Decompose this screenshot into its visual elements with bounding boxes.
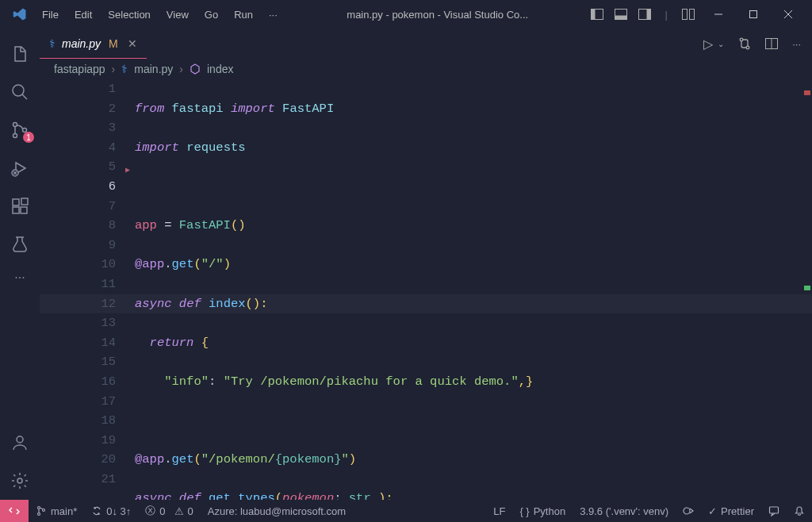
layout-controls: | xyxy=(591,9,701,21)
git-branch[interactable]: main* xyxy=(29,500,84,522)
menu-edit[interactable]: Edit xyxy=(67,6,99,24)
tab-close-icon[interactable]: ✕ xyxy=(128,37,137,50)
layout-panel-left-icon[interactable] xyxy=(591,9,603,20)
breadcrumb-folder[interactable]: fastapiapp xyxy=(54,63,105,75)
menu-bar: File Edit Selection View Go Run ··· xyxy=(35,6,285,24)
svg-point-12 xyxy=(13,85,24,96)
menu-file[interactable]: File xyxy=(35,6,66,24)
svg-line-13 xyxy=(22,94,27,99)
svg-point-32 xyxy=(684,508,690,514)
end-of-line[interactable]: LF xyxy=(486,500,512,522)
layout-customize-icon[interactable] xyxy=(682,9,695,20)
run-dropdown-icon[interactable]: ⌄ xyxy=(718,40,724,48)
layout-separator: | xyxy=(665,9,668,21)
status-bar: main* 0↓ 3↑ ⓧ0⚠0 Azure: luabud@microsoft… xyxy=(0,500,812,522)
window-controls xyxy=(701,0,806,29)
editor-tabs: ⚕ main.py M ✕ ▷ ⌄ ··· xyxy=(40,29,812,59)
svg-rect-5 xyxy=(646,10,650,20)
svg-point-24 xyxy=(17,478,22,483)
problems[interactable]: ⓧ0⚠0 xyxy=(138,500,200,522)
git-compare-icon[interactable] xyxy=(738,37,751,50)
svg-rect-19 xyxy=(13,199,19,205)
activity-bar: 1 ··· xyxy=(0,29,40,500)
azure-account[interactable]: Azure: luabud@microsoft.com xyxy=(201,500,353,522)
python-file-icon: ⚕ xyxy=(121,63,128,75)
menu-more[interactable]: ··· xyxy=(262,6,285,24)
run-file-icon[interactable]: ▷ xyxy=(703,36,713,52)
svg-point-23 xyxy=(17,436,23,443)
svg-point-30 xyxy=(38,513,40,516)
prettier-status[interactable]: ✓Prettier xyxy=(701,500,761,522)
search-icon[interactable] xyxy=(1,73,39,111)
symbol-method-icon xyxy=(190,63,201,75)
explorer-icon[interactable] xyxy=(1,35,39,73)
tab-main-py[interactable]: ⚕ main.py M ✕ xyxy=(40,29,147,59)
svg-point-14 xyxy=(13,123,17,127)
editor-more-icon[interactable]: ··· xyxy=(792,38,801,50)
chevron-right-icon: › xyxy=(112,63,116,75)
python-file-icon: ⚕ xyxy=(49,37,56,50)
menu-run[interactable]: Run xyxy=(227,6,260,24)
layout-panel-bottom-icon[interactable] xyxy=(615,9,627,20)
account-icon[interactable] xyxy=(1,424,39,462)
code-editor[interactable]: 12345▶6789101112131415161718192021 from … xyxy=(40,79,812,500)
layout-panel-right-icon[interactable] xyxy=(638,9,651,20)
minimap[interactable] xyxy=(798,79,812,500)
editor-region: ⚕ main.py M ✕ ▷ ⌄ ··· fastapiapp › ⚕ mai… xyxy=(40,29,812,500)
split-editor-icon[interactable] xyxy=(765,38,778,49)
svg-rect-33 xyxy=(770,507,779,513)
settings-gear-icon[interactable] xyxy=(1,462,39,500)
python-interpreter[interactable]: 3.9.6 ('.venv': venv) xyxy=(573,500,676,522)
tab-filename: main.py xyxy=(62,37,101,50)
vscode-logo-icon xyxy=(13,6,29,22)
chevron-right-icon: › xyxy=(179,63,183,75)
menu-selection[interactable]: Selection xyxy=(101,6,157,24)
more-icon[interactable]: ··· xyxy=(1,263,39,292)
live-share-icon[interactable] xyxy=(676,500,701,522)
feedback-icon[interactable] xyxy=(761,500,787,522)
git-sync[interactable]: 0↓ 3↑ xyxy=(84,500,138,522)
minimap-error-marker xyxy=(804,90,810,95)
svg-point-29 xyxy=(38,507,40,509)
svg-rect-6 xyxy=(683,10,688,20)
svg-rect-3 xyxy=(615,16,626,20)
minimize-button[interactable] xyxy=(701,0,736,29)
svg-rect-1 xyxy=(591,10,595,20)
svg-rect-20 xyxy=(13,207,19,213)
editor-actions: ▷ ⌄ ··· xyxy=(692,29,812,59)
breadcrumb-symbol[interactable]: index xyxy=(207,63,233,75)
title-bar: File Edit Selection View Go Run ··· main… xyxy=(0,0,812,29)
window-title: main.py - pokemon - Visual Studio Co... xyxy=(285,9,591,21)
minimap-change-marker xyxy=(804,286,810,290)
source-control-icon[interactable]: 1 xyxy=(1,111,39,149)
line-number-gutter: 12345▶6789101112131415161718192021 xyxy=(40,79,135,500)
tab-modified-indicator: M xyxy=(109,37,118,50)
language-mode[interactable]: { }Python xyxy=(512,500,573,522)
extensions-icon[interactable] xyxy=(1,187,39,225)
svg-rect-9 xyxy=(750,11,757,18)
testing-icon[interactable] xyxy=(1,225,39,263)
notifications-icon[interactable] xyxy=(787,500,812,522)
svg-point-25 xyxy=(740,38,743,41)
svg-rect-7 xyxy=(690,10,695,20)
maximize-button[interactable] xyxy=(736,0,771,29)
breadcrumb[interactable]: fastapiapp › ⚕ main.py › index xyxy=(40,59,812,79)
svg-rect-21 xyxy=(21,207,27,213)
menu-view[interactable]: View xyxy=(159,6,196,24)
svg-point-15 xyxy=(13,134,17,138)
breadcrumb-file[interactable]: main.py xyxy=(134,63,173,75)
svg-rect-22 xyxy=(21,198,28,205)
remote-indicator[interactable] xyxy=(0,500,29,522)
close-button[interactable] xyxy=(771,0,806,29)
code-content[interactable]: from fastapi import FastAPI import reque… xyxy=(135,79,812,500)
scm-badge: 1 xyxy=(23,132,34,143)
svg-point-26 xyxy=(746,46,749,49)
menu-go[interactable]: Go xyxy=(197,6,225,24)
debug-icon[interactable] xyxy=(1,149,39,187)
